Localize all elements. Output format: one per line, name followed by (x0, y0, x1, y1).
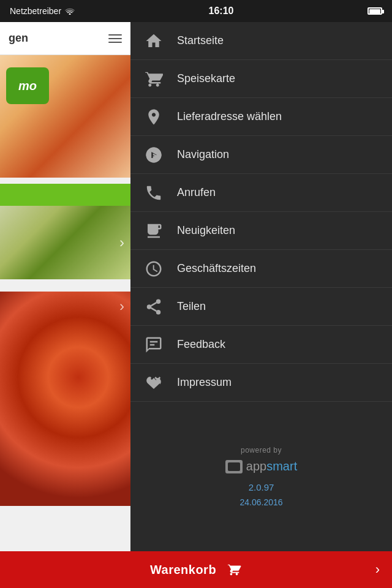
appsmart-icon (225, 460, 243, 473)
share-svg (145, 298, 163, 316)
cart-bar[interactable]: Warenkorb › (0, 551, 392, 588)
menu-item-neuigkeiten[interactable]: Neuigkeiten (130, 212, 392, 250)
battery-area (368, 7, 382, 15)
drawer-menu: Startseite Speisekarte Lieferadresse wäh… (130, 22, 392, 551)
phone-icon (143, 184, 165, 202)
menu-label-speisekarte: Speisekarte (177, 72, 235, 85)
menu-label-neuigkeiten: Neuigkeiten (177, 224, 235, 237)
pizza-image-middle[interactable]: › (0, 206, 130, 279)
date-text: 24.06.2016 (239, 497, 282, 507)
feedback-icon (143, 336, 165, 354)
menu-item-lieferadresse[interactable]: Lieferadresse wählen (130, 98, 392, 136)
location-svg (145, 108, 163, 126)
news-svg (145, 222, 163, 240)
pizza-image-top: mo (0, 55, 130, 178)
hamburger-line-3 (108, 42, 122, 43)
menu-item-navigation[interactable]: Navigation (130, 136, 392, 174)
menu-item-speisekarte[interactable]: Speisekarte (130, 60, 392, 98)
svg-line-5 (151, 303, 157, 306)
navigation-icon (143, 146, 165, 164)
feedback-svg (145, 336, 163, 354)
share-icon (143, 298, 165, 316)
pizza-logo-text: mo (18, 79, 37, 93)
handshake-svg (145, 374, 163, 392)
appsmart-logo: appsmart (225, 459, 297, 473)
menu-label-geschaeftszeiten: Geschäftszeiten (177, 262, 256, 275)
app-title: gen (9, 32, 28, 45)
green-banner (0, 184, 130, 206)
news-icon (143, 222, 165, 240)
main-container: gen mo › › (0, 22, 392, 588)
home-svg (145, 32, 163, 50)
cart-bar-icon (226, 563, 242, 576)
left-panel: gen mo › › (0, 22, 130, 588)
phone-svg (145, 184, 163, 202)
svg-point-1 (156, 299, 161, 304)
cart-svg (145, 70, 163, 88)
clock-icon (143, 260, 165, 278)
clock-svg (145, 260, 163, 278)
appsmart-icon-inner (228, 462, 240, 471)
cart-chevron-icon: › (375, 562, 380, 578)
pizza-image-bottom[interactable]: › (0, 292, 130, 506)
hamburger-line-2 (108, 38, 122, 39)
menu-item-anrufen[interactable]: Anrufen (130, 174, 392, 212)
drawer-footer: powered by appsmart 2.0.97 24.06.2016 (130, 402, 392, 551)
carrier-name: Netzbetreiber (10, 6, 61, 16)
svg-point-0 (69, 13, 71, 15)
menu-item-impressum[interactable]: Impressum (130, 364, 392, 402)
menu-label-navigation: Navigation (177, 148, 229, 161)
chevron-right-icon: › (119, 234, 124, 251)
svg-point-3 (156, 310, 161, 315)
menu-label-startseite: Startseite (177, 34, 224, 47)
svg-line-4 (151, 307, 157, 311)
status-time: 16:10 (209, 6, 234, 17)
navigation-svg (145, 146, 163, 164)
pizza-area: mo › › (0, 55, 130, 551)
chevron-right-icon-2: › (119, 298, 124, 315)
status-bar: Netzbetreiber 16:10 (0, 0, 392, 22)
location-icon (143, 108, 165, 126)
menu-item-feedback[interactable]: Feedback (130, 326, 392, 364)
menu-label-impressum: Impressum (177, 376, 232, 389)
menu-item-geschaeftszeiten[interactable]: Geschäftszeiten (130, 250, 392, 288)
menu-item-startseite[interactable]: Startseite (130, 22, 392, 60)
appsmart-brand-text: appsmart (246, 459, 297, 473)
handshake-icon (143, 374, 165, 392)
hamburger-line-1 (108, 34, 122, 36)
pizza-logo-badge: mo (6, 67, 49, 104)
version-text: 2.0.97 (249, 482, 274, 492)
home-icon (143, 32, 165, 50)
menu-item-teilen[interactable]: Teilen (130, 288, 392, 326)
menu-label-lieferadresse: Lieferadresse wählen (177, 110, 282, 123)
hamburger-button[interactable] (108, 34, 122, 43)
menu-label-feedback: Feedback (177, 338, 225, 351)
app-header: gen (0, 22, 130, 55)
wifi-icon (65, 7, 75, 15)
menu-label-anrufen: Anrufen (177, 186, 216, 199)
carrier-info: Netzbetreiber (10, 6, 75, 16)
cart-menu-icon (143, 70, 165, 88)
powered-by-text: powered by (241, 446, 282, 454)
svg-point-2 (147, 304, 152, 309)
battery-icon (368, 7, 382, 15)
menu-label-teilen: Teilen (177, 300, 206, 313)
cart-bar-label: Warenkorb (150, 563, 216, 577)
